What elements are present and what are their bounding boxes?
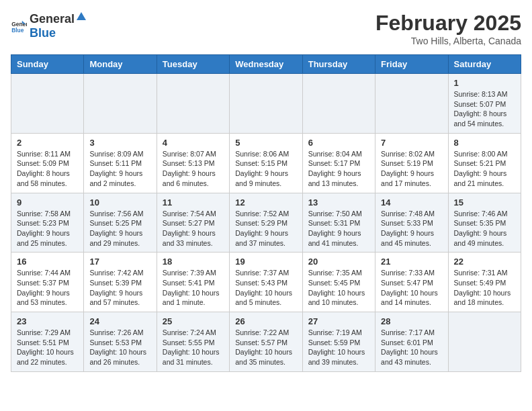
calendar-day-cell: 19Sunrise: 7:37 AM Sunset: 5:43 PM Dayli… [230, 253, 302, 312]
day-number: 3 [89, 138, 150, 148]
logo-blue-text: Blue [30, 26, 56, 40]
logo: General Blue General Blue [11, 11, 88, 40]
calendar-day-cell [11, 74, 84, 134]
day-info: Sunrise: 7:39 AM Sunset: 5:41 PM Dayligh… [163, 268, 224, 308]
day-info: Sunrise: 8:13 AM Sunset: 5:07 PM Dayligh… [454, 89, 515, 129]
calendar-day-header: Friday [375, 55, 448, 74]
calendar-day-cell: 7Sunrise: 8:02 AM Sunset: 5:19 PM Daylig… [375, 133, 448, 193]
day-info: Sunrise: 7:44 AM Sunset: 5:37 PM Dayligh… [17, 268, 78, 308]
day-number: 14 [381, 197, 442, 208]
calendar-day-cell: 23Sunrise: 7:29 AM Sunset: 5:51 PM Dayli… [11, 312, 84, 372]
day-info: Sunrise: 7:19 AM Sunset: 5:59 PM Dayligh… [308, 328, 369, 367]
day-info: Sunrise: 8:00 AM Sunset: 5:21 PM Dayligh… [454, 149, 515, 189]
day-number: 8 [454, 138, 515, 148]
calendar-day-header: Monday [84, 55, 157, 74]
day-number: 7 [381, 138, 442, 148]
calendar-day-cell: 27Sunrise: 7:19 AM Sunset: 5:59 PM Dayli… [302, 312, 375, 372]
day-info: Sunrise: 8:02 AM Sunset: 5:19 PM Dayligh… [381, 149, 442, 189]
day-info: Sunrise: 7:52 AM Sunset: 5:29 PM Dayligh… [235, 209, 296, 248]
calendar-day-cell [157, 74, 229, 134]
logo-triangle-icon [75, 11, 87, 23]
day-number: 11 [163, 197, 224, 208]
calendar-day-cell: 25Sunrise: 7:24 AM Sunset: 5:55 PM Dayli… [157, 312, 229, 372]
calendar-day-cell [375, 74, 448, 134]
day-info: Sunrise: 8:11 AM Sunset: 5:09 PM Dayligh… [17, 149, 78, 189]
day-number: 12 [235, 197, 296, 208]
calendar-day-header: Wednesday [230, 55, 302, 74]
day-info: Sunrise: 7:42 AM Sunset: 5:39 PM Dayligh… [89, 268, 150, 308]
calendar-day-cell [448, 312, 521, 372]
calendar-day-cell: 17Sunrise: 7:42 AM Sunset: 5:39 PM Dayli… [84, 253, 157, 312]
calendar-day-cell: 5Sunrise: 8:06 AM Sunset: 5:15 PM Daylig… [230, 133, 302, 193]
calendar-day-cell: 9Sunrise: 7:58 AM Sunset: 5:23 PM Daylig… [11, 193, 84, 253]
calendar-day-header: Tuesday [157, 55, 229, 74]
calendar-day-cell: 1Sunrise: 8:13 AM Sunset: 5:07 PM Daylig… [448, 74, 521, 134]
day-info: Sunrise: 7:35 AM Sunset: 5:45 PM Dayligh… [308, 268, 369, 308]
calendar-day-cell: 18Sunrise: 7:39 AM Sunset: 5:41 PM Dayli… [157, 253, 229, 312]
day-number: 21 [381, 257, 442, 267]
day-info: Sunrise: 7:29 AM Sunset: 5:51 PM Dayligh… [17, 328, 78, 367]
calendar-day-cell: 11Sunrise: 7:54 AM Sunset: 5:27 PM Dayli… [157, 193, 229, 253]
day-number: 10 [89, 197, 150, 208]
day-info: Sunrise: 7:46 AM Sunset: 5:35 PM Dayligh… [454, 209, 515, 248]
calendar-day-cell: 14Sunrise: 7:48 AM Sunset: 5:33 PM Dayli… [375, 193, 448, 253]
calendar-day-cell: 12Sunrise: 7:52 AM Sunset: 5:29 PM Dayli… [230, 193, 302, 253]
calendar-day-cell: 20Sunrise: 7:35 AM Sunset: 5:45 PM Dayli… [302, 253, 375, 312]
calendar-week-row: 2Sunrise: 8:11 AM Sunset: 5:09 PM Daylig… [11, 133, 521, 193]
calendar-day-cell: 26Sunrise: 7:22 AM Sunset: 5:57 PM Dayli… [230, 312, 302, 372]
calendar: SundayMondayTuesdayWednesdayThursdayFrid… [11, 54, 521, 372]
day-number: 22 [454, 257, 515, 267]
day-number: 20 [308, 257, 369, 267]
day-info: Sunrise: 7:48 AM Sunset: 5:33 PM Dayligh… [381, 209, 442, 248]
calendar-day-cell [84, 74, 157, 134]
day-info: Sunrise: 7:54 AM Sunset: 5:27 PM Dayligh… [163, 209, 224, 248]
day-number: 16 [17, 257, 78, 267]
day-number: 13 [308, 197, 369, 208]
day-info: Sunrise: 7:24 AM Sunset: 5:55 PM Dayligh… [163, 328, 224, 367]
calendar-day-cell: 3Sunrise: 8:09 AM Sunset: 5:11 PM Daylig… [84, 133, 157, 193]
day-info: Sunrise: 8:07 AM Sunset: 5:13 PM Dayligh… [163, 149, 224, 189]
day-number: 9 [17, 197, 78, 208]
title-area: February 2025 Two Hills, Alberta, Canada [375, 11, 521, 46]
calendar-day-cell: 6Sunrise: 8:04 AM Sunset: 5:17 PM Daylig… [302, 133, 375, 193]
day-number: 25 [163, 316, 224, 326]
day-number: 1 [454, 78, 515, 88]
calendar-day-cell: 13Sunrise: 7:50 AM Sunset: 5:31 PM Dayli… [302, 193, 375, 253]
day-info: Sunrise: 7:58 AM Sunset: 5:23 PM Dayligh… [17, 209, 78, 248]
day-number: 15 [454, 197, 515, 208]
day-number: 2 [17, 138, 78, 148]
day-number: 27 [308, 316, 369, 326]
day-info: Sunrise: 7:17 AM Sunset: 6:01 PM Dayligh… [381, 328, 442, 367]
logo-general-text: General [30, 12, 75, 26]
day-info: Sunrise: 7:50 AM Sunset: 5:31 PM Dayligh… [308, 209, 369, 248]
day-number: 24 [89, 316, 150, 326]
day-info: Sunrise: 8:09 AM Sunset: 5:11 PM Dayligh… [89, 149, 150, 189]
calendar-day-cell [230, 74, 302, 134]
calendar-week-row: 9Sunrise: 7:58 AM Sunset: 5:23 PM Daylig… [11, 193, 521, 253]
day-number: 23 [17, 316, 78, 326]
calendar-day-cell: 2Sunrise: 8:11 AM Sunset: 5:09 PM Daylig… [11, 133, 84, 193]
calendar-week-row: 23Sunrise: 7:29 AM Sunset: 5:51 PM Dayli… [11, 312, 521, 372]
day-info: Sunrise: 7:37 AM Sunset: 5:43 PM Dayligh… [235, 268, 296, 308]
calendar-day-cell: 21Sunrise: 7:33 AM Sunset: 5:47 PM Dayli… [375, 253, 448, 312]
day-info: Sunrise: 7:33 AM Sunset: 5:47 PM Dayligh… [381, 268, 442, 308]
calendar-day-cell: 22Sunrise: 7:31 AM Sunset: 5:49 PM Dayli… [448, 253, 521, 312]
calendar-day-cell: 10Sunrise: 7:56 AM Sunset: 5:25 PM Dayli… [84, 193, 157, 253]
calendar-day-cell: 8Sunrise: 8:00 AM Sunset: 5:21 PM Daylig… [448, 133, 521, 193]
svg-marker-2 [77, 12, 86, 20]
header: General Blue General Blue February 2025 … [11, 11, 521, 46]
calendar-day-header: Sunday [11, 55, 84, 74]
calendar-day-cell: 28Sunrise: 7:17 AM Sunset: 6:01 PM Dayli… [375, 312, 448, 372]
calendar-day-cell: 15Sunrise: 7:46 AM Sunset: 5:35 PM Dayli… [448, 193, 521, 253]
calendar-header-row: SundayMondayTuesdayWednesdayThursdayFrid… [11, 55, 521, 74]
calendar-day-header: Saturday [448, 55, 521, 74]
logo-icon: General Blue [11, 17, 27, 34]
day-number: 28 [381, 316, 442, 326]
day-info: Sunrise: 8:06 AM Sunset: 5:15 PM Dayligh… [235, 149, 296, 189]
day-number: 17 [89, 257, 150, 267]
day-number: 5 [235, 138, 296, 148]
day-info: Sunrise: 8:04 AM Sunset: 5:17 PM Dayligh… [308, 149, 369, 189]
svg-text:Blue: Blue [11, 27, 24, 34]
calendar-week-row: 16Sunrise: 7:44 AM Sunset: 5:37 PM Dayli… [11, 253, 521, 312]
calendar-day-cell [302, 74, 375, 134]
